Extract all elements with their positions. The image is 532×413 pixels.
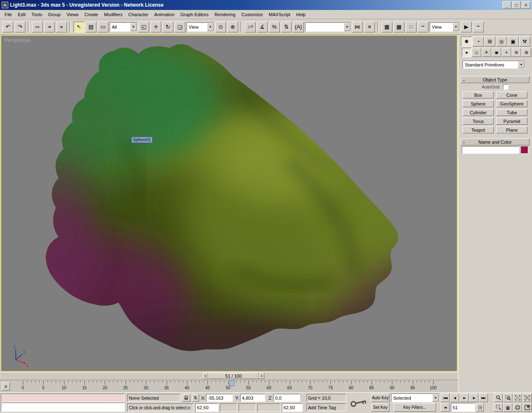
bind-to-space-warp-icon[interactable]: ∝ <box>56 22 67 32</box>
name-color-rollout-header[interactable]: - Name and Color <box>461 138 530 145</box>
set-key-button[interactable]: Set Key <box>371 403 389 412</box>
tab-utilities[interactable]: ⚒ <box>519 37 530 47</box>
menu-tools[interactable]: Tools <box>29 11 45 18</box>
category-shapes[interactable]: ◇ <box>472 48 481 57</box>
add-time-tag-field[interactable]: Add Time Tag <box>306 403 346 411</box>
sphere01-object[interactable] <box>1 36 457 371</box>
tab-motion[interactable]: ◎ <box>496 37 507 47</box>
next-frame-button[interactable]: |▶ <box>469 393 478 402</box>
menu-rendering[interactable]: Rendering <box>212 11 239 18</box>
zoom-button[interactable] <box>494 393 503 402</box>
set-keys-button[interactable] <box>348 393 369 412</box>
select-and-link-icon[interactable]: ∾ <box>32 22 43 32</box>
spinner-snap-toggle-icon[interactable]: ⇅ <box>281 22 292 32</box>
previous-frame-button[interactable]: ◀| <box>450 393 459 402</box>
redo-icon[interactable]: ↷ <box>15 22 25 32</box>
object-type-rollout-header[interactable]: - Object Type <box>461 76 530 83</box>
selection-filter-dropdown[interactable]: All▼ <box>110 22 137 32</box>
zoom-all-button[interactable] <box>503 393 512 402</box>
time-slider-handle[interactable]: < 51 / 100 > <box>203 373 264 379</box>
keyboard-shortcut-override-icon[interactable]: {A} <box>293 22 304 32</box>
play-animation-button[interactable]: ▶ <box>460 393 469 402</box>
primitive-button-cone[interactable]: Cone <box>496 91 527 98</box>
current-frame-marker[interactable] <box>229 381 234 386</box>
menu-group[interactable]: Group <box>45 11 64 18</box>
selection-lock-button[interactable] <box>182 394 190 402</box>
primitive-button-plane[interactable]: Plane <box>496 126 527 133</box>
category-lights[interactable]: ☀ <box>482 48 491 57</box>
object-name-input[interactable] <box>462 146 519 154</box>
min-max-toggle-button[interactable] <box>522 403 532 412</box>
previous-frame-arrow[interactable]: < <box>203 373 208 379</box>
menu-help[interactable]: Help <box>293 11 309 18</box>
track-bar[interactable]: ≡ 05101520253035404550556065707580859095… <box>0 380 458 393</box>
menu-file[interactable]: File <box>2 11 15 18</box>
minimize-button[interactable]: _ <box>502 1 511 9</box>
chevron-down-icon[interactable]: ▼ <box>518 61 525 68</box>
object-color-swatch[interactable] <box>521 146 528 154</box>
category-geometry[interactable]: ● <box>462 48 471 57</box>
chevron-down-icon[interactable]: ▼ <box>453 23 459 31</box>
tab-display[interactable]: ▣ <box>507 37 519 47</box>
z-coordinate-field[interactable]: 0,0 <box>273 394 300 402</box>
track-value-field-left[interactable]: 62,50 <box>195 403 219 412</box>
material-editor-icon[interactable]: ∷ <box>406 22 416 32</box>
snap-toggle-icon[interactable]: ∩² <box>245 22 256 32</box>
arc-rotate-button[interactable] <box>513 403 522 412</box>
align-icon[interactable]: ≡ <box>364 22 375 32</box>
undo-icon[interactable]: ↶ <box>2 22 13 32</box>
category-space-warps[interactable]: ≋ <box>512 48 521 57</box>
menu-maxscript[interactable]: MAXScript <box>266 11 293 18</box>
current-frame-field[interactable]: 51 <box>451 403 475 412</box>
time-slider-value[interactable]: 51 / 100 <box>208 373 259 379</box>
menu-character[interactable]: Character <box>126 11 151 18</box>
zoom-extents-all-button[interactable] <box>522 393 532 402</box>
time-configuration-button[interactable]: ◷ <box>476 403 484 412</box>
x-coordinate-field[interactable]: -55,163 <box>206 394 233 402</box>
chevron-down-icon[interactable]: ▼ <box>130 23 137 31</box>
primitive-button-geosphere[interactable]: GeoSphere <box>496 100 527 107</box>
key-filter-dropdown[interactable]: Selected ▼ <box>391 393 439 402</box>
primitive-button-pyramid[interactable]: Pyramid <box>496 118 527 125</box>
render-type-dropdown[interactable]: View▼ <box>430 22 460 32</box>
select-by-name-icon[interactable]: ▤ <box>86 22 96 32</box>
primitive-button-cylinder[interactable]: Cylinder <box>463 109 494 116</box>
macro-recorder-field[interactable] <box>1 393 125 402</box>
render-scene-icon[interactable]: ☕ <box>418 22 429 32</box>
key-mode-toggle-button[interactable]: |◀ <box>441 403 450 412</box>
chevron-down-icon[interactable]: ▼ <box>207 23 214 31</box>
maximize-button[interactable]: □ <box>512 1 521 9</box>
angle-snap-toggle-icon[interactable]: ∡ <box>257 22 268 32</box>
trackbar-mode-button[interactable]: ≡ <box>2 382 10 391</box>
use-pivot-point-center-icon[interactable]: ⊙ <box>215 22 226 32</box>
category-systems[interactable]: ⊛ <box>522 48 531 57</box>
primitive-button-box[interactable]: Box <box>463 91 494 98</box>
primitives-dropdown[interactable]: Standard Primitives ▼ <box>463 61 525 69</box>
rectangular-selection-region-icon[interactable]: ▭ <box>98 22 108 32</box>
absolute-offset-toggle[interactable]: ⇅ <box>192 394 199 402</box>
key-filters-button[interactable]: Key Filters... <box>394 403 436 412</box>
primitive-button-teapot[interactable]: Teapot <box>463 126 494 133</box>
menu-graph-editors[interactable]: Graph Editors <box>177 11 212 18</box>
reference-coordinate-dropdown[interactable]: View▼ <box>187 22 214 32</box>
tab-modify[interactable]: ◔ <box>473 37 484 47</box>
render-last-icon[interactable]: ▶ <box>461 22 472 32</box>
select-and-scale-icon[interactable]: ◲ <box>175 22 185 32</box>
maxscript-listener-field[interactable] <box>1 403 125 412</box>
chevron-down-icon[interactable]: ▼ <box>432 394 439 402</box>
go-to-end-button[interactable]: ▶▶| <box>479 393 488 402</box>
tab-create[interactable]: ✱ <box>461 37 472 47</box>
window-crossing-toggle-icon[interactable]: ◱ <box>138 22 149 32</box>
menu-modifiers[interactable]: Modifiers <box>101 11 126 18</box>
tab-hierarchy[interactable]: ⊞ <box>484 37 495 47</box>
category-helpers[interactable]: ⌖ <box>502 48 511 57</box>
close-button[interactable]: × <box>522 1 530 9</box>
pan-button[interactable] <box>503 403 512 412</box>
menu-edit[interactable]: Edit <box>15 11 29 18</box>
select-and-rotate-icon[interactable]: ↻ <box>163 22 173 32</box>
go-to-start-button[interactable]: |◀◀ <box>441 393 450 402</box>
category-cameras[interactable]: ◙ <box>492 48 501 57</box>
named-selection-sets-dropdown[interactable]: ▼ <box>305 22 351 32</box>
primitive-button-torus[interactable]: Torus <box>463 118 494 125</box>
menu-animation[interactable]: Animation <box>151 11 177 18</box>
